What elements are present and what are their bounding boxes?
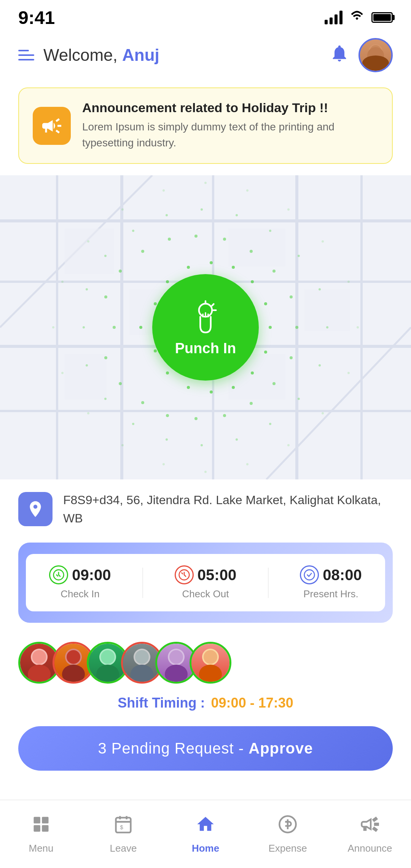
nav-announce[interactable]: Announce	[329, 814, 411, 854]
svg-point-126	[304, 570, 315, 580]
menu-nav-icon	[31, 814, 51, 839]
svg-point-111	[162, 189, 165, 192]
svg-point-80	[269, 423, 271, 425]
punch-in-button[interactable]: Punch In	[152, 274, 259, 381]
svg-point-110	[121, 208, 124, 211]
user-avatar[interactable]	[358, 38, 393, 72]
pending-request-text: 3 Pending Request - Approve	[98, 740, 313, 757]
svg-point-116	[347, 281, 350, 283]
svg-point-105	[87, 412, 89, 414]
svg-point-88	[86, 288, 88, 290]
svg-point-91	[166, 214, 168, 216]
map-area: Punch In	[0, 175, 411, 479]
svg-rect-147	[34, 825, 40, 832]
shift-timing-row: Shift Timing : 09:00 - 17:30	[18, 695, 393, 711]
svg-point-144	[204, 650, 217, 664]
svg-point-85	[104, 398, 107, 400]
svg-point-90	[132, 230, 134, 232]
signal-icon	[325, 11, 342, 24]
shift-card: 09:00 Check In 05:00 Check Out	[18, 543, 393, 623]
location-icon	[18, 492, 53, 526]
svg-point-93	[236, 214, 238, 216]
svg-point-99	[322, 412, 324, 414]
wifi-icon	[349, 9, 365, 26]
svg-point-97	[357, 326, 359, 328]
nav-expense[interactable]: Expense	[247, 814, 329, 854]
punch-in-label: Punch In	[175, 340, 236, 357]
svg-point-137	[131, 665, 153, 682]
bottom-navigation: Menu $ Leave Home	[0, 800, 411, 868]
svg-point-143	[199, 665, 222, 682]
svg-point-129	[32, 650, 46, 664]
svg-point-52	[187, 266, 190, 269]
nav-menu[interactable]: Menu	[0, 814, 82, 854]
svg-point-132	[67, 650, 80, 664]
svg-point-47	[166, 371, 169, 374]
svg-point-44	[232, 386, 235, 389]
status-icons	[325, 9, 393, 26]
menu-button[interactable]	[18, 50, 34, 60]
battery-icon	[371, 12, 393, 23]
nav-leave-label: Leave	[110, 843, 137, 854]
svg-point-4	[377, 49, 379, 51]
shift-timing-label: Shift Timing :	[118, 695, 205, 711]
check-in-label: Check In	[61, 588, 100, 600]
svg-point-135	[101, 650, 115, 664]
check-out-time: 05:00	[198, 567, 236, 584]
svg-point-2	[370, 45, 381, 57]
svg-point-53	[210, 261, 213, 264]
svg-point-62	[194, 417, 198, 420]
svg-point-63	[166, 414, 169, 417]
welcome-text: Welcome, Anuj	[43, 46, 320, 65]
shift-times: 09:00 Check In 05:00 Check Out	[26, 554, 385, 611]
pending-request-button[interactable]: 3 Pending Request - Approve	[18, 726, 393, 771]
present-hrs-label: Present Hrs.	[303, 588, 358, 600]
svg-line-119	[212, 304, 213, 305]
announcement-body: Lorem Ipsum is simply dummy text of the …	[82, 119, 378, 151]
expense-nav-icon	[278, 814, 298, 839]
nav-home-label: Home	[192, 843, 219, 854]
svg-point-81	[236, 438, 238, 441]
status-time: 9:41	[18, 7, 55, 28]
svg-point-73	[223, 238, 226, 241]
svg-point-128	[28, 665, 51, 682]
svg-point-87	[83, 326, 85, 328]
svg-point-84	[132, 423, 134, 425]
announcement-icon	[33, 107, 71, 145]
svg-point-45	[210, 390, 213, 394]
svg-point-46	[187, 386, 190, 389]
svg-point-86	[86, 364, 88, 367]
svg-point-57	[295, 326, 298, 329]
svg-point-77	[326, 326, 328, 328]
home-nav-icon	[196, 814, 215, 839]
svg-point-51	[166, 280, 169, 283]
team-avatars	[18, 642, 393, 684]
svg-point-95	[298, 255, 300, 257]
svg-point-70	[141, 250, 144, 253]
team-avatar-6[interactable]	[190, 642, 231, 684]
svg-point-141	[169, 650, 183, 664]
svg-point-115	[322, 240, 324, 243]
svg-point-107	[52, 326, 54, 328]
notification-bell[interactable]	[330, 43, 349, 67]
svg-point-96	[319, 288, 321, 290]
svg-point-66	[104, 356, 107, 359]
location-row: F8S9+d34, 56, Jitendra Rd. Lake Market, …	[0, 479, 411, 539]
svg-point-74	[250, 250, 253, 253]
svg-point-42	[264, 351, 267, 354]
location-address: F8S9+d34, 56, Jitendra Rd. Lake Market, …	[63, 491, 393, 527]
svg-point-71	[168, 238, 171, 241]
svg-point-109	[87, 240, 89, 243]
svg-point-114	[287, 208, 290, 211]
team-section: Shift Timing : 09:00 - 17:30	[0, 634, 411, 719]
nav-menu-label: Menu	[29, 843, 53, 854]
svg-point-82	[201, 444, 203, 446]
svg-point-1	[365, 58, 386, 71]
svg-point-68	[104, 295, 107, 298]
svg-point-56	[264, 302, 267, 305]
svg-text:$: $	[120, 824, 123, 830]
announcement-title: Announcement related to Holiday Trip !!	[82, 100, 378, 115]
shift-timing-value: 09:00 - 17:30	[211, 695, 293, 711]
nav-home[interactable]: Home	[164, 814, 247, 854]
nav-leave[interactable]: $ Leave	[82, 814, 164, 854]
